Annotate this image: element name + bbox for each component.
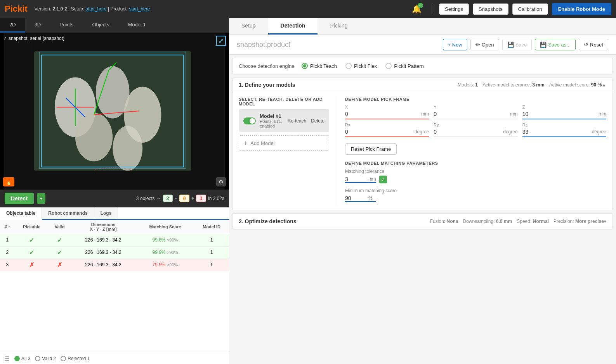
models-col: SELECT, RE-TEACH, DELETE OR ADD MODEL Mo… (239, 97, 337, 205)
tab-model1[interactable]: Model 1 (118, 18, 155, 33)
left-panel: 2D 3D Points Objects Model 1 ✓ snapshot_… (0, 18, 229, 364)
detect-bar: Detect ▾ 3 objects → 2 + 0 + 1 in 2.02s (0, 190, 229, 207)
field-rz: Rz degree (522, 122, 606, 137)
tab-objects[interactable]: Objects (83, 18, 118, 33)
reset-pick-frame-button[interactable]: Reset Pick Frame (345, 143, 397, 155)
table-header-row: # ↑ Pickable Valid DimensionsX · Y · Z [… (0, 220, 229, 234)
min-score-row: % (345, 195, 606, 202)
tab-points[interactable]: Points (50, 18, 83, 33)
input-ry[interactable] (434, 128, 501, 136)
product-link[interactable]: start_here (129, 6, 150, 12)
settings-button[interactable]: Settings (439, 3, 469, 15)
hamburger-icon[interactable]: ☰ (5, 355, 10, 362)
filter-valid[interactable]: Valid 2 (35, 356, 56, 361)
fullscreen-icon[interactable]: ⤢ (216, 36, 226, 46)
engine-teach[interactable]: Pickit Teach (302, 63, 337, 69)
engine-pattern-radio (385, 63, 392, 69)
detect-dropdown[interactable]: ▾ (37, 193, 45, 204)
tab-setup[interactable]: Setup (229, 18, 268, 35)
new-button[interactable]: + New (443, 39, 467, 50)
filter-all[interactable]: All 3 (14, 356, 30, 361)
svg-point-6 (113, 126, 142, 171)
pick-frame-label: DEFINE MODEL PICK FRAME (345, 97, 606, 102)
field-ry: Ry degree (434, 122, 517, 137)
engine-pattern-label: Pickit Pattern (394, 63, 424, 69)
result-badge-green: 2 (163, 195, 173, 202)
open-button[interactable]: ✏ Open (470, 39, 499, 50)
plus-icon: + (244, 140, 247, 147)
robot-commands-tab[interactable]: Robot commands (42, 207, 94, 219)
tab-3d[interactable]: 3D (25, 18, 50, 33)
camera-settings-icon[interactable]: 🔥 (3, 177, 14, 186)
matching-tolerance-label: Matching tolerance (345, 169, 606, 174)
col-valid: Valid (49, 220, 70, 234)
score-unit: % (368, 195, 373, 201)
right-panel: Setup Detection Picking snapshot.product… (229, 18, 616, 364)
min-score-input[interactable] (345, 195, 368, 201)
model-toggle[interactable] (243, 117, 256, 124)
calibration-button[interactable]: Calibration (512, 3, 548, 15)
input-x[interactable] (345, 110, 420, 118)
reteach-button[interactable]: Re-teach (287, 118, 306, 124)
model-name: Model #1 (260, 113, 283, 119)
section1-meta: Models: 1 Active model tolerance: 3 mm A… (458, 82, 602, 88)
filter-rejected[interactable]: Rejected 1 (61, 356, 90, 361)
col-pickable: Pickable (15, 220, 49, 234)
tab-picking[interactable]: Picking (318, 18, 360, 35)
robot-mode-button[interactable]: Enable Robot Mode (552, 3, 611, 15)
field-x: X mm (345, 105, 429, 119)
table-row: 3 ✗ ✗ 226 · 169.3 · 34.2 79.9% >90% 1 (0, 259, 229, 271)
image-area: ✓ snapshot_serial (snapshot) ⤢ (0, 33, 229, 190)
input-y[interactable] (434, 110, 508, 118)
logs-tab[interactable]: Logs (94, 207, 118, 219)
objects-tabs: Objects table Robot commands Logs (0, 207, 229, 220)
input-z[interactable] (522, 110, 597, 118)
delete-button[interactable]: Delete (311, 118, 324, 124)
svg-rect-16 (195, 33, 225, 190)
section2-meta: Fusion: None Downsampling: 6.0 mm Speed:… (430, 219, 604, 224)
field-rx: Rx degree (345, 122, 429, 137)
input-rz[interactable] (522, 128, 590, 136)
section1-header[interactable]: 1. Define your models Models: 1 Active m… (233, 78, 613, 92)
section2-chevron[interactable]: ▾ (604, 219, 606, 224)
snapshot-label: ✓ snapshot_serial (snapshot) (3, 36, 64, 41)
add-model-button[interactable]: + Add Model (239, 135, 329, 151)
section2-title: 2. Optimize detections (239, 218, 430, 224)
col-id: # ↑ (0, 220, 15, 234)
model-item: Model #1 Points: 811, enabled Re-teach D… (239, 109, 329, 132)
setup-link[interactable]: start_here (86, 6, 107, 12)
objects-table-tab[interactable]: Objects table (0, 207, 42, 220)
section2-header[interactable]: 2. Optimize detections Fusion: None Down… (233, 214, 613, 229)
valid-check: ✓ (57, 237, 62, 243)
file-actions: + New ✏ Open 💾 Save 💾 Save as... ↺ (443, 39, 608, 50)
view-settings-icon[interactable]: ⚙ (216, 177, 226, 186)
table-footer: ☰ All 3 Valid 2 Rejected 1 (0, 353, 229, 364)
detect-button[interactable]: Detect (5, 193, 34, 204)
engine-flex[interactable]: Pickit Flex (345, 63, 377, 69)
field-z: Z mm (522, 105, 606, 119)
engine-pattern[interactable]: Pickit Pattern (385, 63, 424, 69)
snapshots-button[interactable]: Snapshots (473, 3, 508, 15)
save-as-icon: 💾 (540, 41, 547, 48)
matching-tolerance-input[interactable] (345, 176, 368, 182)
matching-title: DEFINE MODEL MATCHING PARAMETERS (345, 161, 606, 166)
section1-chevron[interactable]: ▲ (602, 82, 606, 88)
engine-teach-radio (302, 63, 308, 69)
open-icon: ✏ (475, 41, 480, 48)
logo-pick: Pick (5, 4, 22, 14)
reset-button[interactable]: ↺ Reset (579, 39, 608, 50)
models-sub-label: SELECT, RE-TEACH, DELETE OR ADD MODEL (239, 97, 329, 106)
svg-point-5 (75, 113, 113, 161)
save-button[interactable]: 💾 Save (502, 39, 532, 50)
section1-title: 1. Define your models (239, 82, 458, 88)
tab-detection[interactable]: Detection (268, 18, 318, 35)
right-content: snapshot.product + New ✏ Open 💾 Save 💾 S… (229, 35, 616, 364)
tolerance-checkbox[interactable]: ✓ (379, 176, 387, 183)
field-y: Y mm (434, 105, 517, 119)
input-rx[interactable] (345, 128, 413, 136)
col-model: Model ID (194, 220, 229, 234)
topnav: Pickit Version: 2.1.0-2 | Setup: start_h… (0, 0, 616, 18)
matching-section: DEFINE MODEL MATCHING PARAMETERS Matchin… (345, 161, 606, 202)
save-as-button[interactable]: 💾 Save as... (535, 39, 576, 50)
tab-2d[interactable]: 2D (0, 18, 25, 33)
